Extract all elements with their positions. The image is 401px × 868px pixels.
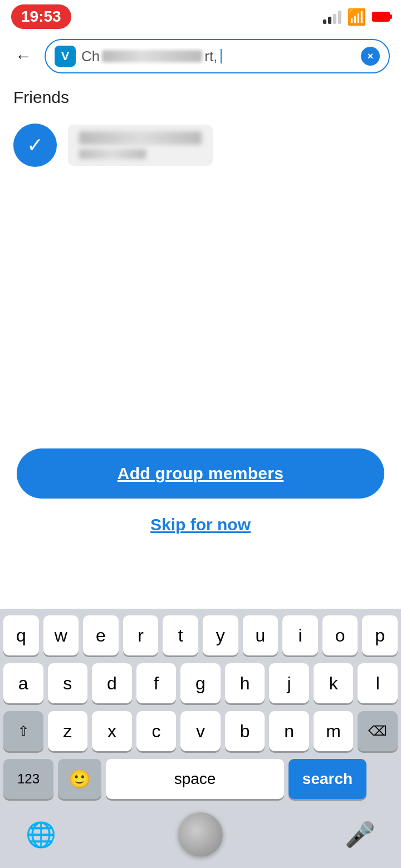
key-q[interactable]: q [3, 615, 39, 655]
key-w[interactable]: w [43, 615, 79, 655]
checkmark-icon: ✓ [27, 134, 43, 157]
venmo-logo: V [55, 46, 76, 67]
key-p[interactable]: p [362, 615, 398, 655]
battery-icon [372, 12, 390, 22]
status-time: 19:53 [11, 4, 71, 29]
key-g[interactable]: g [180, 663, 221, 703]
space-key[interactable]: space [106, 759, 284, 799]
key-b[interactable]: b [225, 711, 265, 751]
header: ← V Ch rt, × [0, 33, 401, 82]
status-bar: 19:53 📶 [0, 0, 401, 33]
key-f[interactable]: f [136, 663, 177, 703]
key-m[interactable]: m [314, 711, 354, 751]
key-e[interactable]: e [83, 615, 119, 655]
back-arrow-icon: ← [15, 48, 32, 65]
friends-title: Friends [13, 88, 388, 107]
key-c[interactable]: c [136, 711, 177, 751]
key-h[interactable]: h [225, 663, 265, 703]
friend-list-item[interactable]: ✓ [13, 118, 388, 172]
friend-name [79, 131, 202, 145]
key-o[interactable]: o [322, 615, 358, 655]
wifi-icon: 📶 [347, 8, 366, 26]
shift-key[interactable]: ⇧ [3, 711, 43, 751]
keyboard-row-1: q w e r t y u i o p [3, 615, 398, 655]
search-input[interactable]: Ch rt, [81, 48, 355, 65]
numbers-key[interactable]: 123 [3, 759, 53, 799]
keyboard-row-3: ⇧ z x c v b n m ⌫ [3, 711, 398, 751]
friends-section: Friends ✓ [0, 82, 401, 172]
key-y[interactable]: y [203, 615, 238, 655]
key-n[interactable]: n [269, 711, 309, 751]
key-k[interactable]: k [314, 663, 354, 703]
search-key[interactable]: search [288, 759, 366, 799]
key-s[interactable]: s [48, 663, 88, 703]
key-a[interactable]: a [3, 663, 43, 703]
globe-icon[interactable]: 🌐 [26, 820, 56, 849]
key-l[interactable]: l [358, 663, 398, 703]
key-x[interactable]: x [92, 711, 132, 751]
backspace-key[interactable]: ⌫ [358, 711, 398, 751]
key-z[interactable]: z [48, 711, 88, 751]
keyboard-bottom-nav: 🌐 🎤 [3, 807, 398, 868]
search-bar[interactable]: V Ch rt, × [45, 39, 390, 73]
add-members-button[interactable]: Add group members [17, 448, 384, 499]
action-buttons: Add group members Skip for now [0, 448, 401, 534]
key-u[interactable]: u [243, 615, 278, 655]
skip-button[interactable]: Skip for now [150, 515, 251, 534]
back-button[interactable]: ← [11, 44, 36, 68]
blurred-search-text [102, 50, 202, 62]
keyboard: q w e r t y u i o p a s d f g h j k l ⇧ … [0, 609, 401, 868]
emoji-key[interactable]: 🙂 [58, 759, 101, 799]
key-r[interactable]: r [123, 615, 159, 655]
siri-button[interactable] [178, 812, 223, 857]
microphone-icon[interactable]: 🎤 [345, 820, 375, 849]
keyboard-bottom-row: 123 🙂 space search [3, 759, 398, 799]
status-icons: 📶 [323, 8, 390, 26]
friend-info-card [68, 125, 213, 166]
text-cursor [221, 49, 222, 63]
friend-handle [79, 149, 146, 159]
key-i[interactable]: i [282, 615, 318, 655]
key-t[interactable]: t [163, 615, 198, 655]
keyboard-row-2: a s d f g h j k l [3, 663, 398, 703]
key-j[interactable]: j [269, 663, 309, 703]
key-v[interactable]: v [180, 711, 221, 751]
friend-avatar: ✓ [13, 124, 57, 167]
key-d[interactable]: d [92, 663, 132, 703]
signal-icon [323, 9, 341, 24]
clear-search-button[interactable]: × [361, 47, 380, 66]
